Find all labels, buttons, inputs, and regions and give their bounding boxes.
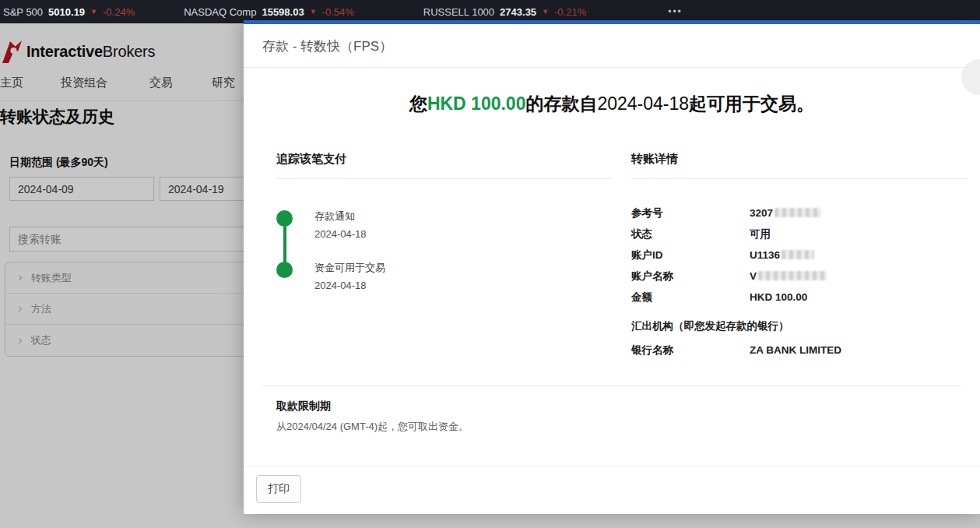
timeline-step-date: 2024-04-18 <box>314 280 385 291</box>
detail-rows: 参考号 3207 状态 可用 账户ID U1136 账户名称 V 金额 HK <box>631 206 968 304</box>
ticker-more-icon[interactable]: ••• <box>668 6 683 17</box>
headline-date: 2024-04-18 <box>597 93 689 114</box>
detail-row-account-name: 账户名称 V <box>631 269 968 283</box>
redacted-text <box>775 208 821 217</box>
detail-value-text: 3207 <box>750 207 773 219</box>
section-rule <box>631 178 968 179</box>
detail-label: 账户ID <box>631 248 750 262</box>
timeline-step-available: 资金可用于交易 2024-04-18 <box>276 262 613 291</box>
detail-label: 金额 <box>631 290 750 304</box>
redacted-text <box>758 271 827 280</box>
payment-timeline: 存款通知 2024-04-18 资金可用于交易 2024-04-18 <box>276 210 613 291</box>
headline-prefix: 您 <box>409 93 427 114</box>
detail-label: 参考号 <box>631 206 750 220</box>
detail-row-bank-name: 银行名称 ZA BANK LIMITED <box>631 343 968 357</box>
detail-value: 3207 <box>750 206 821 220</box>
detail-value-text: V <box>750 270 757 282</box>
detail-row-reference: 参考号 3207 <box>631 206 968 220</box>
tracking-section: 追踪该笔支付 存款通知 2024-04-18 资金可用于交易 2024-04-1… <box>276 150 613 364</box>
detail-row-account-id: 账户ID U1136 <box>631 248 968 262</box>
detail-row-status: 状态 可用 <box>631 227 968 241</box>
ticker-item-sp500[interactable]: S&P 500 5010.19 ▼ -0.24% <box>3 6 135 18</box>
deposit-details-modal: 存款 - 转数快（FPS） 您HKD 100.00的存款自2024-04-18起… <box>244 20 980 514</box>
restriction-text: 从2024/04/24 (GMT-4)起，您可取出资金。 <box>276 420 947 434</box>
detail-value: ZA BANK LIMITED <box>750 343 841 357</box>
withdrawal-restriction-section: 取款限制期 从2024/04/24 (GMT-4)起，您可取出资金。 <box>244 386 980 434</box>
down-triangle-icon: ▼ <box>310 8 317 16</box>
redacted-text <box>782 250 814 259</box>
transfer-details-section: 转账详情 参考号 3207 状态 可用 账户ID U1136 账户名称 V <box>631 150 968 364</box>
detail-value-text: U1136 <box>750 249 780 261</box>
detail-value: U1136 <box>750 248 814 262</box>
timeline-dot-icon <box>276 262 293 278</box>
down-triangle-icon: ▼ <box>542 8 549 16</box>
ticker-label: NASDAQ Comp <box>184 6 256 18</box>
detail-row-amount: 金额 HKD 100.00 <box>631 290 968 304</box>
ticker-change: -0.24% <box>103 6 135 18</box>
ticker-value: 15598.03 <box>262 6 304 18</box>
detail-value: 可用 <box>750 227 771 241</box>
restriction-heading: 取款限制期 <box>276 399 947 413</box>
ticker-item-russell[interactable]: RUSSELL 1000 2743.35 ▼ -0.21% <box>423 6 586 18</box>
headline-mid: 的存款自 <box>525 93 597 114</box>
detail-value: HKD 100.00 <box>750 290 807 304</box>
modal-columns: 追踪该笔支付 存款通知 2024-04-18 资金可用于交易 2024-04-1… <box>244 150 980 364</box>
institution-heading: 汇出机构（即您发起存款的银行） <box>631 319 968 333</box>
print-button[interactable]: 打印 <box>256 475 301 503</box>
details-heading: 转账详情 <box>631 150 968 167</box>
ticker-label: S&P 500 <box>3 6 43 18</box>
headline-amount: HKD 100.00 <box>427 93 526 114</box>
ticker-value: 2743.35 <box>500 6 536 18</box>
ticker-value: 5010.19 <box>48 6 85 18</box>
modal-header: 存款 - 转数快（FPS） <box>244 24 980 68</box>
timeline-step-date: 2024-04-18 <box>314 228 367 240</box>
tracking-heading: 追踪该笔支付 <box>276 150 613 167</box>
headline-suffix: 起可用于交易。 <box>689 93 814 114</box>
detail-label: 银行名称 <box>631 343 750 357</box>
detail-value: V <box>750 269 827 283</box>
ticker-label: RUSSELL 1000 <box>423 6 494 18</box>
section-rule <box>276 178 613 179</box>
timeline-step-notified: 存款通知 2024-04-18 <box>276 210 613 240</box>
detail-label: 账户名称 <box>631 269 750 283</box>
ticker-change: -0.21% <box>554 6 586 18</box>
ticker-change: -0.54% <box>322 6 354 18</box>
modal-footer: 打印 <box>244 466 980 514</box>
timeline-step-label: 存款通知 <box>314 210 367 223</box>
modal-title: 存款 - 转数快（FPS） <box>262 37 961 57</box>
timeline-step-label: 资金可用于交易 <box>314 262 385 274</box>
detail-label: 状态 <box>631 227 750 241</box>
down-triangle-icon: ▼ <box>90 8 97 16</box>
ticker-item-nasdaq[interactable]: NASDAQ Comp 15598.03 ▼ -0.54% <box>184 6 354 18</box>
deposit-headline: 您HKD 100.00的存款自2024-04-18起可用于交易。 <box>244 91 980 116</box>
timeline-dot-icon <box>276 210 293 227</box>
